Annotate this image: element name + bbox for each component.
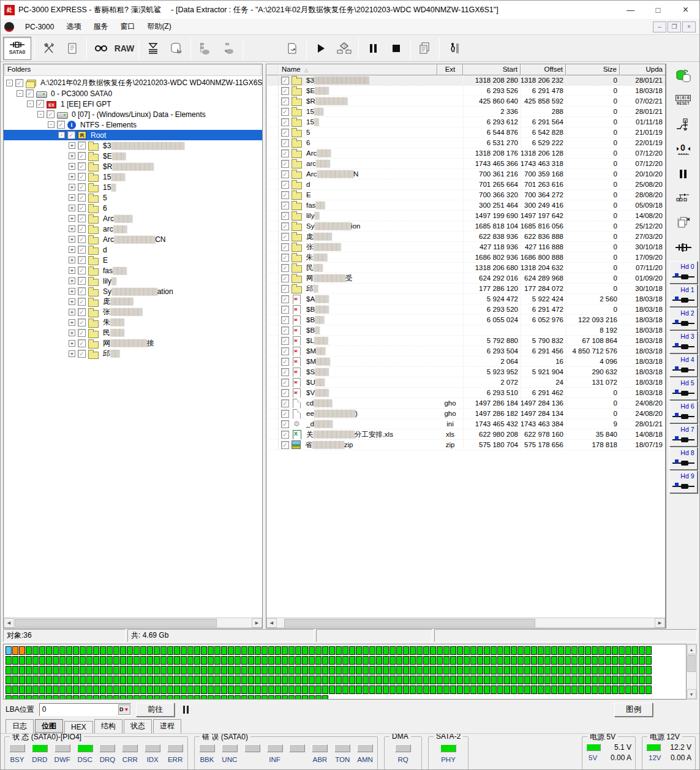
map-block[interactable] — [154, 646, 160, 655]
map-block[interactable] — [127, 676, 133, 684]
expand-toggle[interactable]: + — [69, 246, 75, 253]
map-block[interactable] — [363, 646, 369, 655]
map-block[interactable] — [262, 676, 268, 684]
row-checkbox[interactable]: ✓ — [281, 87, 289, 95]
map-block[interactable] — [416, 676, 423, 684]
map-block[interactable] — [181, 656, 187, 665]
hd-button-4[interactable]: Hd 4 — [669, 354, 698, 377]
map-block[interactable] — [127, 666, 133, 674]
map-block[interactable] — [524, 685, 530, 694]
map-block[interactable] — [443, 656, 450, 665]
map-block[interactable] — [241, 685, 247, 694]
map-block[interactable] — [329, 646, 335, 655]
map-block[interactable] — [336, 676, 342, 684]
map-block[interactable] — [134, 666, 140, 674]
map-block[interactable] — [181, 646, 187, 655]
scroll-thumb[interactable] — [284, 619, 535, 627]
map-block[interactable] — [450, 656, 456, 665]
map-block[interactable] — [585, 685, 591, 694]
table-row[interactable]: ✓$S▒▒▒5 923 9525 921 904290 63218/03/18 — [266, 367, 665, 377]
item-checkbox[interactable]: ✓ — [78, 277, 86, 285]
map-block[interactable] — [329, 666, 335, 674]
map-block[interactable] — [329, 685, 335, 694]
expand-toggle[interactable]: - — [37, 111, 44, 118]
map-block[interactable] — [154, 676, 160, 684]
map-block[interactable] — [410, 666, 416, 674]
hd-button-3[interactable]: Hd 3 — [669, 331, 698, 353]
map-block[interactable] — [39, 646, 45, 655]
map-block[interactable] — [551, 676, 557, 684]
table-row[interactable]: ✓56 544 8766 542 828021/01/19 — [266, 127, 665, 138]
map-block[interactable] — [484, 646, 490, 655]
table-row[interactable]: ✓$B▒▒▒6 293 5206 291 472018/03/18 — [266, 304, 665, 315]
map-block[interactable] — [120, 685, 126, 694]
map-block[interactable] — [484, 685, 490, 694]
table-row[interactable]: ✓张▒▒▒▒▒▒427 118 936427 116 888030/10/18 — [266, 242, 665, 252]
map-block[interactable] — [430, 666, 436, 674]
row-checkbox[interactable]: ✓ — [281, 160, 289, 168]
scroll-left-arrow[interactable]: ◀ — [4, 618, 14, 628]
map-block[interactable] — [470, 685, 476, 694]
item-checkbox[interactable]: ✓ — [36, 100, 44, 108]
map-block[interactable] — [356, 676, 362, 684]
map-block[interactable] — [632, 685, 638, 694]
map-block[interactable] — [470, 676, 476, 684]
row-checkbox[interactable]: ✓ — [281, 295, 289, 303]
map-block[interactable] — [578, 666, 584, 674]
map-block[interactable] — [437, 646, 443, 655]
map-block[interactable] — [437, 685, 443, 694]
map-block[interactable] — [565, 685, 571, 694]
map-block[interactable] — [181, 666, 187, 674]
expand-toggle[interactable]: - — [58, 132, 65, 138]
map-block[interactable] — [174, 685, 180, 694]
map-block[interactable] — [268, 656, 274, 665]
map-block[interactable] — [275, 656, 281, 665]
map-block[interactable] — [19, 656, 25, 665]
map-block[interactable] — [66, 676, 72, 684]
map-block[interactable] — [410, 676, 416, 684]
hd-button-1[interactable]: Hd 1 — [669, 284, 698, 307]
row-checkbox[interactable]: ✓ — [281, 389, 289, 397]
menu-帮助(Z)[interactable]: 帮助(Z) — [141, 20, 177, 34]
map-block[interactable] — [53, 695, 59, 699]
map-block[interactable] — [363, 656, 369, 665]
map-block[interactable] — [140, 685, 146, 694]
item-checkbox[interactable]: ✓ — [78, 308, 86, 316]
map-block[interactable] — [342, 656, 348, 665]
map-block[interactable] — [86, 676, 92, 684]
map-block[interactable] — [80, 685, 86, 694]
map-block[interactable] — [403, 685, 409, 694]
map-block[interactable] — [127, 646, 133, 655]
row-checkbox[interactable]: ✓ — [281, 410, 289, 418]
map-block[interactable] — [255, 646, 261, 655]
map-block[interactable] — [376, 646, 382, 655]
map-block[interactable] — [558, 656, 564, 665]
map-block[interactable] — [497, 666, 503, 674]
map-block[interactable] — [457, 646, 463, 655]
row-checkbox[interactable]: ✓ — [281, 431, 289, 439]
scroll-right-arrow[interactable]: ▶ — [252, 618, 262, 628]
map-block[interactable] — [201, 685, 207, 694]
tree-item[interactable]: +✓fas▒▒▒ — [4, 265, 262, 276]
map-block[interactable] — [194, 666, 200, 674]
map-block[interactable] — [605, 656, 611, 665]
map-block[interactable] — [19, 666, 25, 674]
map-block[interactable] — [268, 666, 274, 674]
row-checkbox[interactable]: ✓ — [281, 170, 289, 178]
tree-item[interactable]: +✓$E▒▒▒ — [4, 151, 262, 161]
map-block[interactable] — [598, 656, 604, 665]
map-block[interactable] — [59, 685, 66, 694]
map-block[interactable] — [470, 656, 476, 665]
map-block[interactable] — [167, 676, 173, 684]
map-block[interactable] — [322, 676, 328, 684]
item-checkbox[interactable]: ✓ — [78, 256, 86, 264]
table-row[interactable]: ✓$B▒8 19218/03/18 — [266, 325, 665, 336]
map-block[interactable] — [329, 676, 335, 684]
map-block[interactable] — [46, 666, 52, 674]
map-block[interactable] — [201, 666, 207, 674]
table-row[interactable]: ✓Sy▒▒▒▒▒▒▒▒ion1685 818 1041685 816 05602… — [266, 221, 665, 232]
map-block[interactable] — [315, 695, 322, 699]
map-block[interactable] — [174, 646, 180, 655]
expand-toggle[interactable]: + — [69, 215, 75, 222]
map-block[interactable] — [113, 646, 119, 655]
